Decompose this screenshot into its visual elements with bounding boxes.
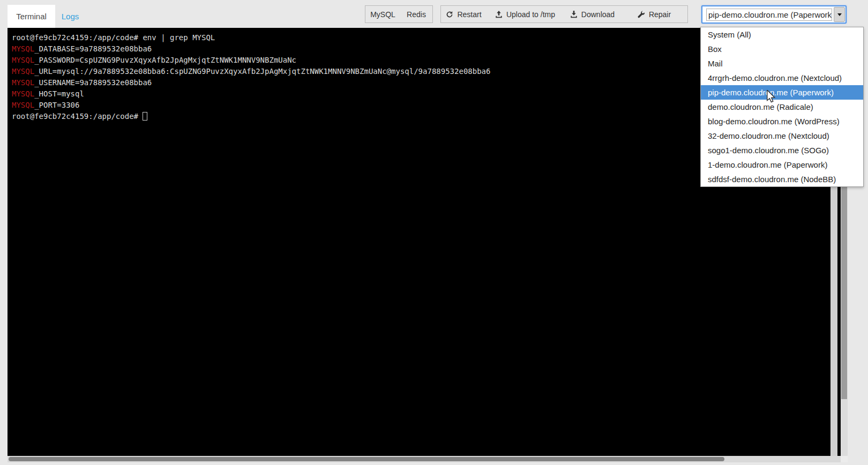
- terminal-cursor: [143, 112, 147, 121]
- grep-match: MYSQL: [12, 78, 34, 87]
- terminal-text: _PASSWORD=CspUZNG9PuvzXqyxAfb2JpAgMxjqtZ…: [34, 56, 296, 64]
- dropdown-option[interactable]: 1-demo.cloudron.me (Paperwork): [701, 158, 863, 172]
- mysql-button-label: MySQL: [370, 10, 395, 19]
- app-select-value: pip-demo.cloudron.me (Paperwork): [707, 9, 832, 20]
- mysql-button[interactable]: MySQL: [365, 5, 401, 23]
- terminal-text: _DATABASE=9a7889532e08bba6: [34, 44, 152, 53]
- repair-button[interactable]: Repair: [621, 5, 688, 23]
- dropdown-option[interactable]: pip-demo.cloudron.me (Paperwork): [701, 85, 863, 100]
- horizontal-scrollbar[interactable]: [8, 456, 841, 462]
- tab-logs[interactable]: Logs: [55, 5, 85, 28]
- dropdown-option[interactable]: Mail: [701, 56, 863, 71]
- download-button[interactable]: Download: [564, 5, 622, 23]
- dropdown-option[interactable]: Box: [701, 42, 863, 56]
- app-select-dropdown: System (All)BoxMail4rrgrh-demo.cloudron.…: [700, 27, 864, 187]
- redis-button-label: Redis: [407, 10, 426, 19]
- terminal-text: _PORT=3306: [34, 101, 79, 109]
- upload-button[interactable]: Upload to /tmp: [487, 5, 564, 23]
- terminal-text: _USERNAME=9a7889532e08bba6: [34, 78, 152, 87]
- grep-match: MYSQL: [12, 44, 34, 53]
- wrench-icon: [638, 11, 645, 18]
- download-button-label: Download: [581, 10, 615, 19]
- grep-match: MYSQL: [12, 67, 34, 76]
- grep-match: MYSQL: [12, 101, 34, 109]
- download-icon: [570, 11, 578, 18]
- tab-logs-label: Logs: [62, 12, 79, 21]
- scrollbar-corner: [841, 456, 848, 462]
- dropdown-option[interactable]: System (All): [701, 27, 863, 42]
- upload-icon: [495, 11, 503, 18]
- restart-icon: [446, 11, 453, 18]
- dropdown-option[interactable]: blog-demo.cloudron.me (WordPress): [701, 114, 863, 129]
- dropdown-option[interactable]: sogo1-demo.cloudron.me (SOGo): [701, 143, 863, 158]
- dropdown-option[interactable]: 32-demo.cloudron.me (Nextcloud): [701, 129, 863, 143]
- grep-match: MYSQL: [12, 89, 34, 98]
- restart-button[interactable]: Restart: [440, 5, 487, 23]
- dropdown-option[interactable]: 4rrgrh-demo.cloudron.me (Nextcloud): [701, 71, 863, 85]
- tab-terminal[interactable]: Terminal: [8, 5, 55, 28]
- app-select[interactable]: pip-demo.cloudron.me (Paperwork): [701, 5, 847, 24]
- terminal-text: _URL=mysql://9a7889532e08bba6:CspUZNG9Pu…: [34, 67, 490, 76]
- restart-button-label: Restart: [457, 10, 481, 19]
- terminal-text: _HOST=mysql: [34, 89, 84, 98]
- grep-match: MYSQL: [12, 56, 34, 64]
- tab-terminal-label: Terminal: [16, 12, 47, 21]
- select-arrow-icon[interactable]: [834, 7, 845, 22]
- horizontal-scrollbar-thumb[interactable]: [9, 457, 724, 461]
- repair-button-label: Repair: [649, 10, 671, 19]
- dropdown-option[interactable]: demo.cloudron.me (Radicale): [701, 100, 863, 114]
- redis-button[interactable]: Redis: [400, 5, 433, 23]
- terminal-text: root@fe9cb72c4159:/app/code#: [12, 112, 143, 121]
- upload-button-label: Upload to /tmp: [506, 10, 555, 19]
- dropdown-option[interactable]: sdfdsf-demo.cloudron.me (NodeBB): [701, 172, 863, 186]
- terminal-text: root@fe9cb72c4159:/app/code# env | grep …: [12, 33, 215, 42]
